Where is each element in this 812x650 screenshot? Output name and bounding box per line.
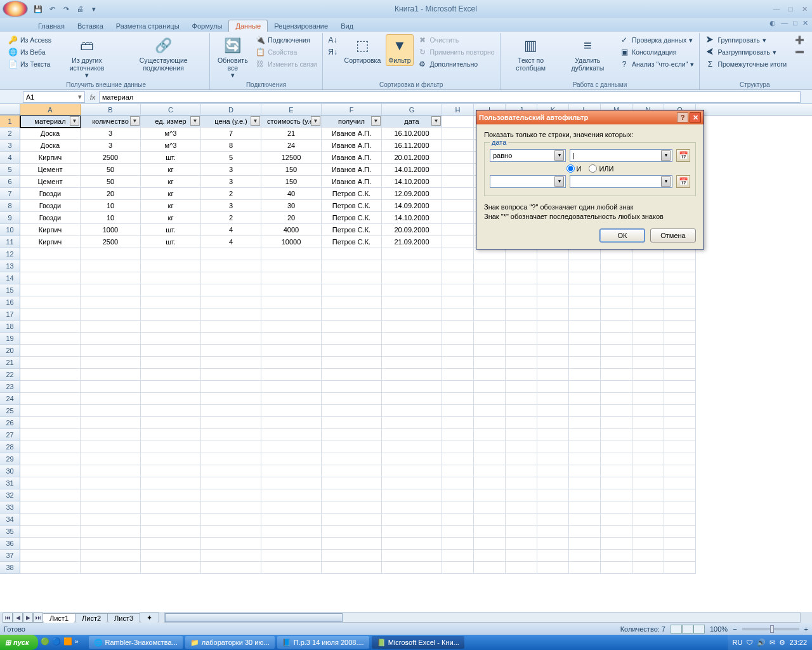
- qat-undo-icon[interactable]: ↶: [46, 3, 58, 15]
- cell[interactable]: [442, 116, 474, 128]
- tab-data[interactable]: Данные: [228, 20, 268, 32]
- cell[interactable]: [442, 417, 474, 429]
- cell[interactable]: [201, 429, 261, 441]
- cell[interactable]: [664, 260, 696, 272]
- tab-view[interactable]: Вид: [334, 20, 360, 32]
- cell[interactable]: [322, 417, 382, 429]
- new-sheet-button[interactable]: ✦: [140, 613, 159, 623]
- cell[interactable]: [322, 284, 382, 296]
- cell[interactable]: [506, 489, 537, 501]
- refresh-all-button[interactable]: 🔄Обновить все▾: [214, 34, 251, 81]
- cell[interactable]: [601, 381, 632, 393]
- filter-dropdown-button[interactable]: ▼: [190, 116, 200, 126]
- cell[interactable]: [442, 188, 474, 200]
- cell[interactable]: [322, 441, 382, 453]
- cell[interactable]: [442, 405, 474, 417]
- cell[interactable]: [81, 526, 141, 538]
- cell[interactable]: [537, 429, 569, 441]
- cell[interactable]: [664, 550, 696, 562]
- cell[interactable]: [322, 308, 382, 321]
- cell[interactable]: [141, 501, 201, 514]
- cell[interactable]: [322, 381, 382, 393]
- cell[interactable]: [20, 562, 81, 574]
- cell[interactable]: [261, 357, 322, 369]
- taskbar-item[interactable]: 🌐 Rambler-Знакомства...: [89, 636, 183, 649]
- cell[interactable]: [20, 441, 81, 453]
- cell[interactable]: [442, 514, 474, 526]
- cell[interactable]: [569, 357, 601, 369]
- cell[interactable]: м^3: [141, 128, 201, 140]
- cell[interactable]: [141, 429, 201, 441]
- cell[interactable]: 3: [201, 176, 261, 188]
- cell[interactable]: [261, 296, 322, 308]
- cell[interactable]: [537, 308, 569, 321]
- cell[interactable]: [601, 514, 632, 526]
- cell[interactable]: [442, 393, 474, 405]
- cell[interactable]: [442, 272, 474, 284]
- cell[interactable]: [261, 538, 322, 550]
- cell[interactable]: [569, 248, 601, 260]
- cell[interactable]: [81, 429, 141, 441]
- value2-combo[interactable]: ▾: [570, 175, 672, 188]
- formula-input[interactable]: материал: [99, 91, 801, 103]
- cell[interactable]: [569, 429, 601, 441]
- cell[interactable]: 150: [261, 164, 322, 176]
- col-header-A[interactable]: A: [20, 104, 81, 115]
- cell[interactable]: [664, 345, 696, 357]
- cell[interactable]: [81, 405, 141, 417]
- cell[interactable]: [506, 526, 537, 538]
- cell[interactable]: [20, 308, 81, 321]
- cell[interactable]: [141, 477, 201, 489]
- cell[interactable]: [442, 296, 474, 308]
- cell[interactable]: 10000: [261, 236, 322, 248]
- qat-save-icon[interactable]: 💾: [32, 3, 44, 15]
- cell[interactable]: [474, 296, 506, 308]
- row-header[interactable]: 7: [0, 188, 20, 200]
- chevron-down-icon[interactable]: ▾: [661, 176, 671, 187]
- row-header[interactable]: 37: [0, 550, 20, 562]
- cell[interactable]: [261, 345, 322, 357]
- cell[interactable]: [664, 489, 696, 501]
- cell[interactable]: [382, 538, 442, 550]
- row-header[interactable]: 38: [0, 562, 20, 574]
- cell[interactable]: [322, 272, 382, 284]
- cell[interactable]: [322, 489, 382, 501]
- tab-review[interactable]: Рецензирование: [268, 20, 334, 32]
- cell[interactable]: [141, 514, 201, 526]
- cell[interactable]: материал▼: [20, 116, 81, 128]
- cell[interactable]: [201, 272, 261, 284]
- ok-button[interactable]: ОК: [599, 229, 645, 242]
- cell[interactable]: [20, 514, 81, 526]
- cell[interactable]: [632, 562, 664, 574]
- row-header[interactable]: 11: [0, 236, 20, 248]
- cell[interactable]: [664, 417, 696, 429]
- cell[interactable]: [442, 128, 474, 140]
- cell[interactable]: [632, 369, 664, 381]
- row-header[interactable]: 10: [0, 224, 20, 236]
- col-header-C[interactable]: C: [141, 104, 201, 115]
- cell[interactable]: [474, 429, 506, 441]
- cell[interactable]: кг: [141, 176, 201, 188]
- cell[interactable]: [81, 477, 141, 489]
- cell[interactable]: [141, 453, 201, 465]
- cell[interactable]: [20, 321, 81, 333]
- cell[interactable]: [141, 489, 201, 501]
- cell[interactable]: [537, 550, 569, 562]
- row-header[interactable]: 13: [0, 260, 20, 272]
- group-button[interactable]: ⮞Группировать ▾: [704, 34, 788, 46]
- cell[interactable]: [20, 429, 81, 441]
- tray-icon[interactable]: 🛡: [746, 639, 753, 646]
- ribbon-close-button[interactable]: ✕: [802, 19, 808, 27]
- cell[interactable]: 8: [201, 140, 261, 152]
- ribbon-restore-button[interactable]: □: [793, 19, 797, 27]
- cell[interactable]: [474, 308, 506, 321]
- cell[interactable]: [601, 284, 632, 296]
- cell[interactable]: [322, 357, 382, 369]
- chevron-down-icon[interactable]: ▾: [554, 176, 564, 187]
- cell[interactable]: [81, 465, 141, 477]
- cell[interactable]: 4: [201, 236, 261, 248]
- cell[interactable]: [569, 321, 601, 333]
- row-header[interactable]: 33: [0, 501, 20, 514]
- cell[interactable]: [474, 260, 506, 272]
- cell[interactable]: 50: [81, 176, 141, 188]
